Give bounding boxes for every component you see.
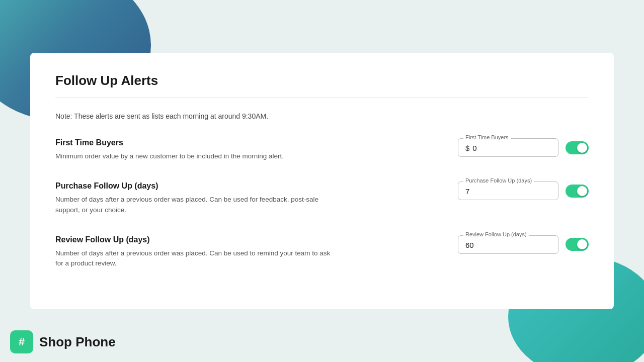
alert-row-first-time-buyers: First Time Buyers Minimum order value by… xyxy=(55,138,589,161)
alert-controls-purchase-follow-up: Purchase Follow Up (days) xyxy=(458,182,589,200)
alert-info-purchase-follow-up: Purchase Follow Up (days) Number of days… xyxy=(55,182,337,215)
field-wrapper-review-follow-up: Review Follow Up (days) xyxy=(458,235,558,254)
toggle-thumb-purchase-follow-up xyxy=(577,186,587,196)
alert-info-review-follow-up: Review Follow Up (days) Number of days a… xyxy=(55,235,337,269)
field-input-first-time-buyers[interactable] xyxy=(472,144,551,152)
field-wrapper-purchase-follow-up: Purchase Follow Up (days) xyxy=(458,182,558,200)
field-input-review-follow-up[interactable] xyxy=(465,241,551,249)
bottom-bar: # Shop Phone xyxy=(0,322,644,362)
page-title: Follow Up Alerts xyxy=(55,73,589,88)
toggle-thumb-first-time-buyers xyxy=(577,143,587,153)
alert-title-review-follow-up: Review Follow Up (days) xyxy=(55,235,337,244)
field-label-first-time-buyers: First Time Buyers xyxy=(463,134,511,140)
alert-desc-review-follow-up: Number of days after a previous order wa… xyxy=(55,248,337,269)
alerts-container: First Time Buyers Minimum order value by… xyxy=(55,138,589,268)
alert-title-purchase-follow-up: Purchase Follow Up (days) xyxy=(55,182,337,191)
field-label-purchase-follow-up: Purchase Follow Up (days) xyxy=(463,177,534,184)
toggle-track-review-follow-up xyxy=(566,238,589,251)
main-card: Follow Up Alerts Note: These alerts are … xyxy=(30,53,614,309)
toggle-first-time-buyers[interactable] xyxy=(566,141,589,154)
alert-controls-review-follow-up: Review Follow Up (days) xyxy=(458,235,589,254)
field-wrapper-first-time-buyers: First Time Buyers $ xyxy=(458,138,558,157)
field-label-review-follow-up: Review Follow Up (days) xyxy=(463,231,529,237)
alert-info-first-time-buyers: First Time Buyers Minimum order value by… xyxy=(55,138,284,161)
toggle-review-follow-up[interactable] xyxy=(566,238,589,251)
toggle-purchase-follow-up[interactable] xyxy=(566,185,589,198)
toggle-track-first-time-buyers xyxy=(566,141,589,154)
brand-logo: # Shop Phone xyxy=(10,330,116,353)
note-text: Note: These alerts are sent as lists eac… xyxy=(55,112,589,120)
toggle-thumb-review-follow-up xyxy=(577,239,587,249)
field-input-purchase-follow-up[interactable] xyxy=(465,187,551,196)
alert-desc-first-time-buyers: Minimum order value by a new customer to… xyxy=(55,151,284,161)
field-prefix-first-time-buyers: $ xyxy=(465,144,469,152)
field-inner-review-follow-up xyxy=(465,241,551,249)
brand-icon: # xyxy=(10,330,33,353)
title-divider xyxy=(55,98,589,98)
toggle-track-purchase-follow-up xyxy=(566,185,589,198)
alert-desc-purchase-follow-up: Number of days after a previous order wa… xyxy=(55,195,337,215)
field-inner-first-time-buyers: $ xyxy=(465,144,551,152)
alert-title-first-time-buyers: First Time Buyers xyxy=(55,138,284,147)
field-inner-purchase-follow-up xyxy=(465,187,551,196)
alert-row-purchase-follow-up: Purchase Follow Up (days) Number of days… xyxy=(55,182,589,215)
brand-name: Shop Phone xyxy=(39,334,116,350)
alert-controls-first-time-buyers: First Time Buyers $ xyxy=(458,138,589,157)
alert-row-review-follow-up: Review Follow Up (days) Number of days a… xyxy=(55,235,589,269)
